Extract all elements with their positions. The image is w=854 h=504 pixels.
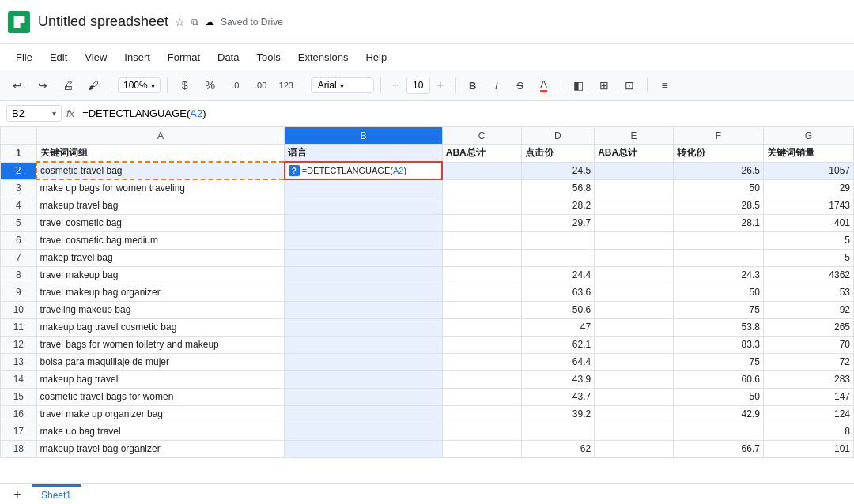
cell-b10[interactable]	[285, 301, 443, 318]
col-header-c[interactable]: C	[442, 127, 521, 145]
cell-e9[interactable]	[595, 284, 674, 301]
cell-c4[interactable]	[442, 197, 521, 214]
redo-button[interactable]: ↪	[32, 74, 54, 96]
menu-edit[interactable]: Edit	[42, 48, 75, 66]
cell-a2[interactable]: cosmetic travel bag	[36, 162, 285, 179]
cell-f9[interactable]: 50	[673, 284, 763, 301]
cell-d11[interactable]: 47	[521, 318, 595, 336]
bold-button[interactable]: B	[463, 75, 483, 96]
cell-a7[interactable]: makep travel bag	[36, 249, 285, 266]
strikethrough-button[interactable]: S	[510, 75, 531, 96]
cell-e8[interactable]	[595, 266, 674, 284]
cell-e12[interactable]	[595, 336, 674, 353]
cell-c3[interactable]	[442, 179, 521, 197]
cell-f18[interactable]: 66.7	[673, 440, 763, 457]
cell-g8[interactable]: 4362	[763, 266, 853, 284]
menu-data[interactable]: Data	[210, 48, 247, 66]
cell-d7[interactable]	[521, 249, 595, 266]
cell-f17[interactable]	[673, 423, 763, 440]
borders-button[interactable]: ⊞	[593, 74, 615, 96]
col-header-g[interactable]: G	[763, 127, 853, 145]
cell-a9[interactable]: travel makeup bag organizer	[36, 284, 285, 301]
cell-b1[interactable]: 语言	[285, 145, 443, 163]
menu-format[interactable]: Format	[160, 48, 208, 66]
cell-f7[interactable]	[673, 249, 763, 266]
cell-c10[interactable]	[442, 301, 521, 318]
cell-b2[interactable]: ? =DETECTLANGUAGE(A2)	[285, 162, 443, 179]
cell-c15[interactable]	[442, 388, 521, 405]
cell-d10[interactable]: 50.6	[521, 301, 595, 318]
cell-a10[interactable]: traveling makeup bag	[36, 301, 285, 318]
cell-c14[interactable]	[442, 370, 521, 388]
sheet-tab-1[interactable]: Sheet1	[32, 484, 81, 504]
decimal-down-button[interactable]: .0	[225, 74, 247, 96]
cell-b13[interactable]	[285, 353, 443, 370]
cell-e18[interactable]	[595, 440, 674, 457]
cell-b3[interactable]	[285, 179, 443, 197]
cell-c13[interactable]	[442, 353, 521, 370]
col-header-e[interactable]: E	[595, 127, 674, 145]
cell-a18[interactable]: makeup travel bag organizer	[36, 440, 285, 457]
cell-c17[interactable]	[442, 423, 521, 440]
cell-g1[interactable]: 关键词销量	[763, 145, 853, 163]
cell-a11[interactable]: makeup bag travel cosmetic bag	[36, 318, 285, 336]
cell-g3[interactable]: 29	[763, 179, 853, 197]
cell-c18[interactable]	[442, 440, 521, 457]
cell-b6[interactable]	[285, 231, 443, 249]
cell-d1[interactable]: 点击份	[521, 145, 595, 163]
cell-c16[interactable]	[442, 405, 521, 423]
cell-g17[interactable]: 8	[763, 423, 853, 440]
menu-file[interactable]: File	[8, 48, 40, 66]
cell-b18[interactable]	[285, 440, 443, 457]
cell-reference-box[interactable]: B2 ▾	[6, 105, 62, 122]
cell-f2[interactable]: 26.5	[673, 162, 763, 179]
cell-f15[interactable]: 50	[673, 388, 763, 405]
undo-button[interactable]: ↩	[6, 74, 28, 96]
cell-d16[interactable]: 39.2	[521, 405, 595, 423]
currency-button[interactable]: $	[174, 74, 196, 96]
menu-view[interactable]: View	[77, 48, 115, 66]
cell-f6[interactable]	[673, 231, 763, 249]
cell-a4[interactable]: makeup travel bag	[36, 197, 285, 214]
cell-f5[interactable]: 28.1	[673, 214, 763, 231]
cell-e7[interactable]	[595, 249, 674, 266]
cell-a15[interactable]: cosmetic travel bags for women	[36, 388, 285, 405]
col-header-f[interactable]: F	[673, 127, 763, 145]
cell-a14[interactable]: makeup bag travel	[36, 370, 285, 388]
cell-g16[interactable]: 124	[763, 405, 853, 423]
cell-c9[interactable]	[442, 284, 521, 301]
cell-d12[interactable]: 62.1	[521, 336, 595, 353]
cell-e4[interactable]	[595, 197, 674, 214]
cell-d18[interactable]: 62	[521, 440, 595, 457]
menu-help[interactable]: Help	[357, 48, 395, 66]
cell-b14[interactable]	[285, 370, 443, 388]
fill-color-button[interactable]: ◧	[568, 74, 590, 96]
cell-b11[interactable]	[285, 318, 443, 336]
cell-d9[interactable]: 63.6	[521, 284, 595, 301]
cell-c6[interactable]	[442, 231, 521, 249]
cell-e13[interactable]	[595, 353, 674, 370]
percent-button[interactable]: %	[199, 74, 221, 96]
menu-tools[interactable]: Tools	[248, 48, 288, 66]
cell-c8[interactable]	[442, 266, 521, 284]
cell-b9[interactable]	[285, 284, 443, 301]
italic-button[interactable]: I	[486, 75, 507, 96]
text-color-button[interactable]: A	[534, 75, 554, 96]
cell-d2[interactable]: 24.5	[521, 162, 595, 179]
spreadsheet-container[interactable]: A B C D E F G 1 关键词词组 语言 ABA总计 点击份 ABA总计…	[0, 126, 854, 483]
cell-e1[interactable]: ABA总计	[595, 145, 674, 163]
cell-e5[interactable]	[595, 214, 674, 231]
cell-g6[interactable]: 5	[763, 231, 853, 249]
decimal-up-button[interactable]: .00	[250, 74, 272, 96]
cell-f16[interactable]: 42.9	[673, 405, 763, 423]
cell-e3[interactable]	[595, 179, 674, 197]
cell-e14[interactable]	[595, 370, 674, 388]
cell-a12[interactable]: travel bags for women toiletry and makeu…	[36, 336, 285, 353]
cell-e10[interactable]	[595, 301, 674, 318]
cell-e15[interactable]	[595, 388, 674, 405]
cell-e2[interactable]	[595, 162, 674, 179]
cell-g7[interactable]: 5	[763, 249, 853, 266]
cell-d4[interactable]: 28.2	[521, 197, 595, 214]
print-button[interactable]: 🖨	[57, 74, 79, 96]
font-size-decrease-button[interactable]: −	[387, 77, 405, 94]
